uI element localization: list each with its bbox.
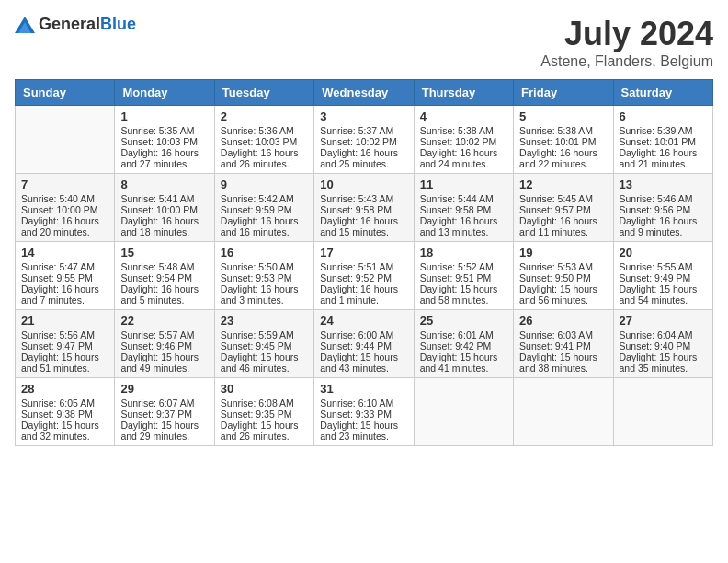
sunset-text: Sunset: 9:41 PM	[519, 340, 607, 351]
sunset-text: Sunset: 9:50 PM	[519, 272, 607, 283]
day-number: 30	[221, 382, 308, 396]
calendar-cell: 16Sunrise: 5:50 AMSunset: 9:53 PMDayligh…	[214, 242, 313, 310]
sunrise-text: Sunrise: 5:46 AM	[620, 193, 707, 204]
calendar-cell	[514, 378, 613, 446]
day-header-thursday: Thursday	[414, 80, 513, 106]
title-area: July 2024 Astene, Flanders, Belgium	[540, 15, 713, 70]
calendar-cell: 24Sunrise: 6:00 AMSunset: 9:44 PMDayligh…	[314, 310, 414, 378]
daylight-text: Daylight: 15 hours and 41 minutes.	[420, 351, 507, 373]
day-number: 4	[420, 109, 507, 123]
sunset-text: Sunset: 9:44 PM	[320, 340, 407, 351]
sunset-text: Sunset: 10:00 PM	[120, 204, 208, 215]
day-number: 23	[221, 314, 308, 327]
daylight-text: Daylight: 16 hours and 11 minutes.	[519, 215, 607, 237]
sunset-text: Sunset: 10:01 PM	[620, 136, 707, 147]
daylight-text: Daylight: 15 hours and 51 minutes.	[21, 351, 108, 373]
sunrise-text: Sunrise: 6:05 AM	[21, 397, 108, 408]
day-number: 1	[120, 109, 208, 123]
calendar-cell: 2Sunrise: 5:36 AMSunset: 10:03 PMDayligh…	[214, 106, 313, 174]
day-number: 18	[420, 246, 507, 259]
day-number: 19	[519, 246, 607, 259]
daylight-text: Daylight: 15 hours and 56 minutes.	[519, 283, 607, 305]
day-header-wednesday: Wednesday	[314, 80, 414, 106]
sunrise-text: Sunrise: 5:55 AM	[620, 261, 707, 272]
day-number: 12	[519, 178, 607, 191]
day-header-friday: Friday	[514, 80, 613, 106]
sunrise-text: Sunrise: 5:38 AM	[420, 125, 507, 136]
calendar-table: SundayMondayTuesdayWednesdayThursdayFrid…	[15, 79, 713, 446]
daylight-text: Daylight: 15 hours and 58 minutes.	[420, 283, 507, 305]
sunset-text: Sunset: 9:33 PM	[320, 408, 407, 419]
sunrise-text: Sunrise: 5:56 AM	[21, 329, 108, 340]
sunset-text: Sunset: 10:03 PM	[120, 136, 208, 147]
day-number: 16	[221, 246, 308, 259]
sunset-text: Sunset: 9:55 PM	[21, 272, 108, 283]
calendar-cell: 31Sunrise: 6:10 AMSunset: 9:33 PMDayligh…	[314, 378, 414, 446]
daylight-text: Daylight: 15 hours and 38 minutes.	[519, 351, 607, 373]
calendar-cell: 3Sunrise: 5:37 AMSunset: 10:02 PMDayligh…	[314, 106, 414, 174]
sunset-text: Sunset: 9:58 PM	[420, 204, 507, 215]
daylight-text: Daylight: 15 hours and 32 minutes.	[21, 419, 108, 442]
calendar-cell: 28Sunrise: 6:05 AMSunset: 9:38 PMDayligh…	[16, 378, 115, 446]
daylight-text: Daylight: 16 hours and 15 minutes.	[320, 215, 407, 237]
calendar-cell: 27Sunrise: 6:04 AMSunset: 9:40 PMDayligh…	[613, 310, 712, 378]
calendar-cell: 4Sunrise: 5:38 AMSunset: 10:02 PMDayligh…	[414, 106, 513, 174]
day-number: 21	[21, 314, 108, 327]
day-number: 31	[320, 382, 407, 396]
sunrise-text: Sunrise: 5:41 AM	[120, 193, 208, 204]
day-number: 27	[620, 314, 707, 327]
day-number: 3	[320, 109, 407, 123]
week-row-5: 28Sunrise: 6:05 AMSunset: 9:38 PMDayligh…	[16, 378, 713, 446]
sunrise-text: Sunrise: 6:07 AM	[120, 397, 208, 408]
daylight-text: Daylight: 16 hours and 13 minutes.	[420, 215, 507, 237]
sunrise-text: Sunrise: 6:01 AM	[420, 329, 507, 340]
header-row: SundayMondayTuesdayWednesdayThursdayFrid…	[16, 80, 713, 106]
day-number: 29	[120, 382, 208, 396]
week-row-1: 1Sunrise: 5:35 AMSunset: 10:03 PMDayligh…	[16, 106, 713, 174]
calendar-cell: 6Sunrise: 5:39 AMSunset: 10:01 PMDayligh…	[613, 106, 712, 174]
calendar-cell: 8Sunrise: 5:41 AMSunset: 10:00 PMDayligh…	[115, 174, 214, 242]
daylight-text: Daylight: 15 hours and 49 minutes.	[120, 351, 208, 373]
calendar-cell	[414, 378, 513, 446]
sunset-text: Sunset: 10:02 PM	[320, 136, 407, 147]
calendar-cell: 21Sunrise: 5:56 AMSunset: 9:47 PMDayligh…	[16, 310, 115, 378]
daylight-text: Daylight: 16 hours and 7 minutes.	[21, 283, 108, 305]
sunset-text: Sunset: 9:35 PM	[221, 408, 308, 419]
day-number: 5	[519, 109, 607, 123]
calendar-cell: 22Sunrise: 5:57 AMSunset: 9:46 PMDayligh…	[115, 310, 214, 378]
daylight-text: Daylight: 15 hours and 35 minutes.	[620, 351, 707, 373]
calendar-cell	[16, 106, 115, 174]
day-number: 28	[21, 382, 108, 396]
calendar-cell: 23Sunrise: 5:59 AMSunset: 9:45 PMDayligh…	[214, 310, 313, 378]
sunrise-text: Sunrise: 6:10 AM	[320, 397, 407, 408]
daylight-text: Daylight: 15 hours and 29 minutes.	[120, 419, 208, 442]
logo: GeneralBlue	[15, 15, 136, 34]
calendar-cell: 7Sunrise: 5:40 AMSunset: 10:00 PMDayligh…	[16, 174, 115, 242]
calendar-cell: 20Sunrise: 5:55 AMSunset: 9:49 PMDayligh…	[613, 242, 712, 310]
calendar-cell: 1Sunrise: 5:35 AMSunset: 10:03 PMDayligh…	[115, 106, 214, 174]
day-header-sunday: Sunday	[16, 80, 115, 106]
sunrise-text: Sunrise: 5:36 AM	[221, 125, 308, 136]
day-number: 8	[120, 178, 208, 191]
day-header-tuesday: Tuesday	[214, 80, 313, 106]
daylight-text: Daylight: 15 hours and 54 minutes.	[620, 283, 707, 305]
sunrise-text: Sunrise: 6:03 AM	[519, 329, 607, 340]
day-number: 6	[620, 109, 707, 123]
daylight-text: Daylight: 16 hours and 27 minutes.	[120, 147, 208, 169]
day-number: 14	[21, 246, 108, 259]
location: Astene, Flanders, Belgium	[540, 53, 713, 70]
daylight-text: Daylight: 16 hours and 21 minutes.	[620, 147, 707, 169]
sunset-text: Sunset: 9:53 PM	[221, 272, 308, 283]
sunrise-text: Sunrise: 5:42 AM	[221, 193, 308, 204]
sunrise-text: Sunrise: 5:37 AM	[320, 125, 407, 136]
day-number: 2	[221, 109, 308, 123]
calendar-cell: 30Sunrise: 6:08 AMSunset: 9:35 PMDayligh…	[214, 378, 313, 446]
day-number: 26	[519, 314, 607, 327]
sunset-text: Sunset: 9:49 PM	[620, 272, 707, 283]
daylight-text: Daylight: 15 hours and 23 minutes.	[320, 419, 407, 442]
sunset-text: Sunset: 10:02 PM	[420, 136, 507, 147]
calendar-cell: 17Sunrise: 5:51 AMSunset: 9:52 PMDayligh…	[314, 242, 414, 310]
daylight-text: Daylight: 16 hours and 20 minutes.	[21, 215, 108, 237]
logo-text: GeneralBlue	[39, 15, 136, 34]
sunset-text: Sunset: 9:37 PM	[120, 408, 208, 419]
